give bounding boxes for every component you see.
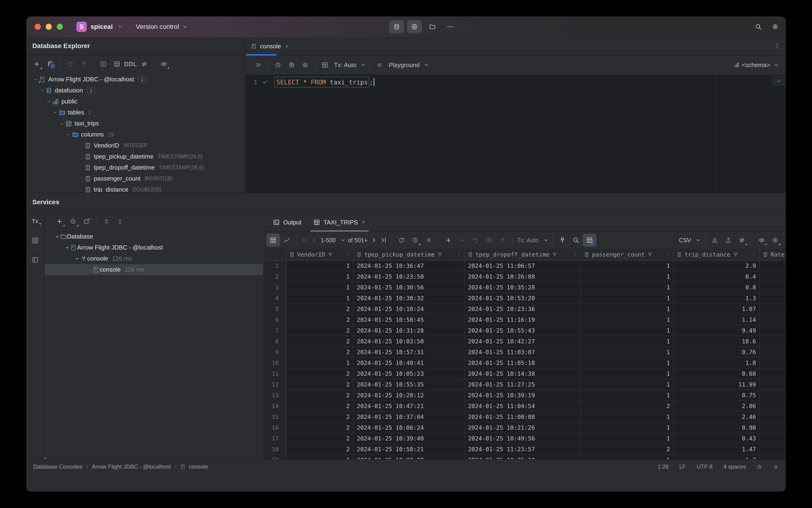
row-number[interactable]: 16 bbox=[264, 422, 286, 433]
file-encoding[interactable]: UTF-8 bbox=[697, 463, 713, 470]
line-separator[interactable]: LF bbox=[679, 463, 686, 470]
indent-setting[interactable]: 4 spaces bbox=[723, 463, 746, 470]
grid-cell[interactable]: 0.4 bbox=[674, 271, 760, 282]
refresh-button[interactable] bbox=[63, 57, 77, 71]
grid-cell[interactable]: 2 bbox=[286, 390, 354, 400]
grid-cell[interactable]: 1 bbox=[581, 369, 674, 379]
row-number[interactable]: 11 bbox=[264, 369, 286, 379]
grid-cell[interactable]: 1 bbox=[286, 271, 354, 282]
row-number[interactable]: 6 bbox=[264, 314, 286, 325]
grid-cell[interactable]: 1 bbox=[581, 325, 674, 336]
grid-cell[interactable] bbox=[760, 314, 786, 325]
last-page-button[interactable] bbox=[380, 237, 387, 244]
grid-cell[interactable]: 1 bbox=[286, 455, 354, 459]
navigate-to-source-button[interactable] bbox=[137, 57, 151, 71]
row-number[interactable]: 7 bbox=[264, 325, 286, 336]
grid-cell[interactable] bbox=[760, 422, 786, 433]
reload-page-button[interactable] bbox=[395, 234, 408, 247]
row-number[interactable]: 8 bbox=[264, 336, 286, 346]
transfer-data-button[interactable] bbox=[735, 234, 749, 247]
tree-item-vendorid[interactable]: VendorIDINTEGER bbox=[26, 140, 245, 151]
tree-item-arrow-flight-jdbc-localhost[interactable]: Arrow Flight JDBC - @localhost1 bbox=[26, 74, 245, 85]
row-number[interactable]: 3 bbox=[264, 282, 286, 292]
caret-position[interactable]: 1:26 bbox=[658, 463, 669, 470]
tab-output[interactable]: Output bbox=[270, 213, 304, 232]
grid-cell[interactable]: 2 bbox=[286, 336, 354, 346]
breadcrumb-item-database-consoles[interactable]: Database Consoles bbox=[33, 463, 82, 470]
schema-select[interactable]: <schema> bbox=[734, 61, 780, 69]
grid-cell[interactable]: 2024-01-25 10:57:31 bbox=[354, 347, 465, 357]
grid-cell[interactable]: 18.6 bbox=[674, 336, 760, 346]
grid-cell[interactable]: 2 bbox=[286, 314, 354, 325]
first-page-button[interactable] bbox=[301, 237, 308, 244]
grid-cell[interactable]: 2024-01-25 10:05:23 bbox=[354, 369, 465, 379]
grid-cell[interactable]: 2024-01-25 10:40:41 bbox=[354, 358, 465, 368]
database-tool-button[interactable] bbox=[389, 20, 404, 33]
grid-cell[interactable]: 1 bbox=[581, 455, 674, 459]
grid-cell[interactable]: 2 bbox=[286, 347, 354, 357]
column-header-vendorid[interactable]: VendorID bbox=[286, 249, 354, 260]
chevron-down-icon[interactable] bbox=[54, 234, 60, 240]
grid-cell[interactable]: 2024-01-25 10:47:21 bbox=[354, 401, 465, 411]
layout-strip-button[interactable] bbox=[32, 256, 39, 263]
grid-cell[interactable]: 1 bbox=[581, 304, 674, 314]
console-settings-button[interactable] bbox=[299, 58, 312, 72]
datasource-properties-button[interactable] bbox=[44, 57, 57, 71]
grid-cell[interactable] bbox=[760, 379, 786, 389]
grid-cell[interactable]: 0.76 bbox=[674, 347, 760, 357]
chevron-down-icon[interactable] bbox=[45, 99, 52, 104]
show-services-button[interactable] bbox=[66, 215, 80, 228]
tree-item-taxi-trips[interactable]: taxi_trips bbox=[26, 118, 245, 129]
grid-cell[interactable]: 0.75 bbox=[674, 390, 760, 400]
tree-item-public[interactable]: public bbox=[26, 96, 245, 107]
grid-cell[interactable] bbox=[760, 261, 786, 271]
grid-cell[interactable] bbox=[760, 433, 786, 443]
chevron-down-icon[interactable] bbox=[65, 132, 72, 137]
grid-cell[interactable]: 2024-01-25 10:03:50 bbox=[354, 336, 465, 346]
grid-cell[interactable]: 1 bbox=[581, 336, 674, 346]
grid-cell[interactable]: 2024-01-25 11:16:19 bbox=[465, 314, 581, 325]
grid-cell[interactable]: 2024-01-25 10:28:12 bbox=[354, 390, 465, 400]
grid-cell[interactable] bbox=[760, 347, 786, 357]
revert-button[interactable] bbox=[469, 234, 483, 247]
export-button[interactable] bbox=[708, 234, 722, 247]
chevron-down-icon[interactable] bbox=[58, 121, 65, 126]
tx-strip-button[interactable]: Tx bbox=[32, 218, 38, 224]
stop-strip-button[interactable] bbox=[32, 237, 38, 244]
grid-cell[interactable]: 2024-01-25 10:37:04 bbox=[354, 412, 465, 422]
close-icon[interactable] bbox=[361, 220, 366, 225]
filter-button[interactable] bbox=[583, 234, 596, 247]
grid-cell[interactable]: 0.43 bbox=[674, 433, 760, 443]
vcs-menu[interactable]: Version control bbox=[136, 23, 188, 31]
revert-selected-button[interactable] bbox=[483, 234, 496, 247]
grid-cell[interactable] bbox=[760, 325, 786, 336]
tree-item-tables[interactable]: tables1 bbox=[26, 107, 245, 118]
maximize-window-button[interactable] bbox=[57, 24, 63, 30]
tree-item-passenger-count[interactable]: passenger_countBIGINT(19) bbox=[26, 173, 245, 184]
grid-cell[interactable]: 2024-01-25 10:39:40 bbox=[354, 433, 465, 443]
chevron-down-icon[interactable] bbox=[64, 245, 70, 251]
grid-cell[interactable]: 2 bbox=[286, 304, 354, 314]
grid-cell[interactable] bbox=[760, 271, 786, 282]
find-button[interactable] bbox=[569, 234, 583, 247]
grid-cell[interactable]: 1 bbox=[581, 390, 674, 400]
funnel-icon[interactable] bbox=[327, 252, 333, 257]
grid-cell[interactable]: 0.8 bbox=[674, 282, 760, 292]
grid-cell[interactable]: 2024-01-25 10:39:19 bbox=[465, 390, 581, 400]
sort-icon[interactable] bbox=[666, 252, 670, 257]
sort-icon[interactable] bbox=[752, 252, 757, 257]
row-number[interactable]: 5 bbox=[264, 304, 286, 314]
grid-cell[interactable]: 1 bbox=[286, 282, 354, 292]
tx-mode-select[interactable]: Tx: Auto bbox=[332, 61, 367, 69]
in-editor-results-button[interactable] bbox=[318, 58, 332, 72]
parameters-button[interactable] bbox=[285, 58, 299, 72]
grid-cell[interactable] bbox=[760, 455, 786, 459]
grid-cell[interactable]: 1 bbox=[581, 293, 674, 303]
sql-editor[interactable]: 1 SELECT * FROM taxi_trips; bbox=[246, 75, 786, 193]
grid-cell[interactable]: 2024-01-25 11:03:07 bbox=[465, 347, 581, 357]
jump-to-console-button[interactable] bbox=[97, 57, 110, 71]
grid-cell[interactable] bbox=[760, 282, 786, 292]
grid-cell[interactable]: 2024-01-25 11:04:54 bbox=[465, 401, 581, 411]
grid-cell[interactable]: 2024-01-25 11:06:57 bbox=[465, 261, 581, 271]
grid-cell[interactable] bbox=[760, 336, 786, 346]
